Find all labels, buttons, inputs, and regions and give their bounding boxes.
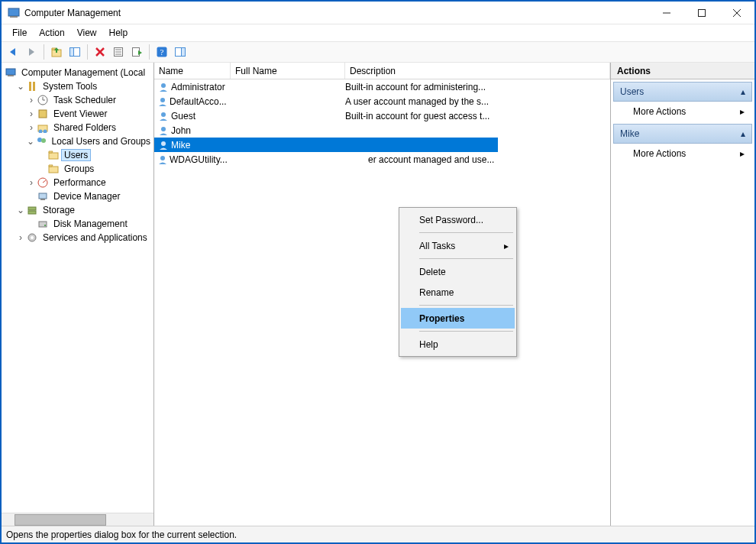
user-row-administrator[interactable]: Administrator Built-in account for admin… bbox=[154, 79, 610, 94]
folder-icon bbox=[47, 149, 60, 161]
expander-icon[interactable]: ⌄ bbox=[15, 205, 26, 215]
expander-icon[interactable]: › bbox=[26, 177, 37, 188]
app-icon bbox=[8, 7, 20, 19]
submenu-arrow-icon: ▸ bbox=[740, 106, 745, 117]
svg-marker-39 bbox=[49, 151, 53, 153]
svg-rect-44 bbox=[39, 193, 47, 199]
tree-shared-folders[interactable]: › Shared Folders bbox=[5, 121, 153, 134]
svg-rect-28 bbox=[33, 82, 35, 91]
submenu-arrow-icon: ▸ bbox=[740, 148, 745, 159]
user-row-john[interactable]: John bbox=[154, 123, 610, 138]
svg-rect-47 bbox=[28, 211, 36, 214]
help-button[interactable]: ? bbox=[153, 44, 170, 60]
tree-root[interactable]: Computer Management (Local bbox=[5, 66, 153, 79]
actions-pane: Actions Users ▴ More Actions ▸ Mike ▴ Mo… bbox=[611, 63, 754, 526]
expander-icon[interactable]: › bbox=[15, 232, 26, 243]
up-button[interactable] bbox=[48, 44, 65, 60]
svg-rect-12 bbox=[70, 48, 74, 57]
svg-marker-6 bbox=[10, 48, 15, 56]
delete-button[interactable] bbox=[92, 44, 108, 60]
tree-device-manager[interactable]: Device Manager bbox=[5, 189, 153, 203]
tree-local-users-groups[interactable]: ⌄ Local Users and Groups bbox=[5, 134, 153, 148]
user-icon bbox=[157, 81, 170, 93]
scrollbar-thumb[interactable] bbox=[15, 514, 106, 526]
menu-help[interactable]: Help bbox=[103, 26, 134, 40]
expander-icon[interactable]: ⌄ bbox=[15, 81, 26, 92]
horizontal-scrollbar[interactable] bbox=[2, 513, 153, 526]
context-help[interactable]: Help bbox=[401, 334, 515, 355]
collapse-icon: ▴ bbox=[741, 128, 745, 139]
user-icon bbox=[157, 125, 170, 137]
show-hide-tree-button[interactable] bbox=[66, 44, 83, 60]
back-button[interactable] bbox=[5, 44, 21, 60]
context-separator bbox=[419, 258, 513, 259]
tree-performance[interactable]: › Performance bbox=[5, 176, 153, 189]
window-title: Computer Management bbox=[24, 8, 649, 18]
menu-file[interactable]: File bbox=[6, 26, 33, 40]
svg-point-54 bbox=[161, 112, 166, 117]
actions-group-users[interactable]: Users ▴ bbox=[613, 82, 752, 102]
context-menu: Set Password... All Tasks ▸ Delete Renam… bbox=[399, 207, 517, 357]
tree-storage[interactable]: ⌄ Storage bbox=[5, 203, 153, 217]
tree-event-viewer[interactable]: › Event Viewer bbox=[5, 107, 153, 121]
expander-icon[interactable]: › bbox=[26, 108, 37, 119]
context-properties[interactable]: Properties bbox=[401, 308, 515, 329]
forward-button[interactable] bbox=[23, 44, 40, 60]
svg-point-56 bbox=[161, 141, 166, 146]
tools-icon bbox=[26, 80, 38, 92]
tree-system-tools[interactable]: ⌄ System Tools bbox=[5, 79, 153, 93]
column-description[interactable]: Description bbox=[345, 63, 610, 79]
context-all-tasks[interactable]: All Tasks ▸ bbox=[401, 235, 515, 256]
svg-rect-27 bbox=[29, 82, 31, 91]
toolbar: ? bbox=[2, 41, 754, 63]
user-row-defaultaccount[interactable]: DefaultAcco... A user account managed by… bbox=[154, 94, 610, 108]
menu-view[interactable]: View bbox=[71, 26, 103, 40]
column-name[interactable]: Name bbox=[154, 63, 231, 79]
actions-more-users[interactable]: More Actions ▸ bbox=[613, 102, 752, 121]
list-header: Name Full Name Description bbox=[154, 63, 610, 79]
actions-more-mike[interactable]: More Actions ▸ bbox=[613, 144, 752, 164]
close-button[interactable] bbox=[719, 2, 754, 24]
minimize-button[interactable] bbox=[649, 2, 684, 24]
context-delete[interactable]: Delete bbox=[401, 261, 515, 282]
context-separator bbox=[419, 331, 513, 332]
expander-icon[interactable]: ⌄ bbox=[26, 136, 36, 147]
expander-icon[interactable]: › bbox=[26, 122, 37, 133]
svg-rect-25 bbox=[6, 69, 15, 75]
context-separator bbox=[419, 232, 513, 233]
svg-point-55 bbox=[161, 127, 166, 131]
tree-services-applications[interactable]: › Services and Applications bbox=[5, 231, 153, 244]
svg-text:?: ? bbox=[160, 47, 164, 57]
menu-action[interactable]: Action bbox=[33, 26, 70, 40]
disk-icon bbox=[37, 218, 49, 230]
tree-task-scheduler[interactable]: › Task Scheduler bbox=[5, 93, 153, 107]
tree-groups[interactable]: Groups bbox=[5, 162, 153, 176]
show-hide-action-pane-button[interactable] bbox=[172, 44, 189, 60]
user-row-mike[interactable]: Mike bbox=[154, 138, 498, 152]
computer-icon bbox=[5, 66, 17, 79]
context-set-password[interactable]: Set Password... bbox=[401, 209, 515, 230]
actions-group-mike[interactable]: Mike ▴ bbox=[613, 124, 752, 144]
user-icon bbox=[157, 110, 170, 122]
svg-marker-41 bbox=[49, 165, 53, 167]
tree-disk-management[interactable]: Disk Management bbox=[5, 217, 153, 231]
export-list-button[interactable] bbox=[128, 44, 145, 60]
properties-button[interactable] bbox=[110, 44, 127, 60]
services-icon bbox=[26, 232, 38, 244]
clock-icon bbox=[37, 94, 49, 106]
svg-point-57 bbox=[160, 156, 165, 160]
svg-point-36 bbox=[37, 138, 42, 142]
user-icon bbox=[157, 139, 170, 151]
svg-rect-26 bbox=[8, 75, 14, 76]
tree-view[interactable]: Computer Management (Local ⌄ System Tool… bbox=[2, 63, 153, 513]
tree-users[interactable]: Users bbox=[5, 148, 153, 162]
column-fullname[interactable]: Full Name bbox=[231, 63, 345, 79]
svg-rect-40 bbox=[49, 167, 58, 173]
context-rename[interactable]: Rename bbox=[401, 282, 515, 303]
svg-point-37 bbox=[41, 138, 46, 143]
user-row-guest[interactable]: Guest Built-in account for guest access … bbox=[154, 108, 610, 123]
expander-icon[interactable]: › bbox=[26, 95, 37, 105]
tree-pane: Computer Management (Local ⌄ System Tool… bbox=[2, 63, 154, 526]
maximize-button[interactable] bbox=[684, 2, 719, 24]
user-row-wdagutility[interactable]: WDAGUtility... er account managed and us… bbox=[154, 152, 610, 167]
